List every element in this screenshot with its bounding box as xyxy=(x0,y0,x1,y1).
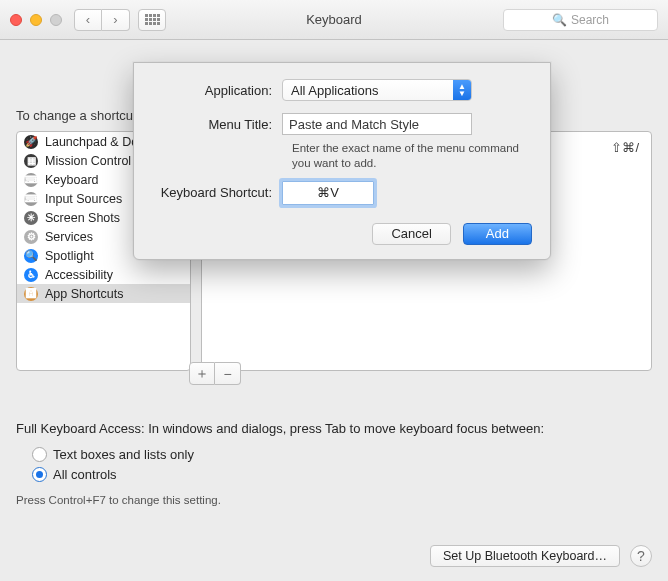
search-field[interactable]: 🔍 Search xyxy=(503,9,658,31)
close-window-button[interactable] xyxy=(10,14,22,26)
zoom-window-button[interactable] xyxy=(50,14,62,26)
sidebar-item-label: Accessibility xyxy=(45,268,113,282)
sidebar-item-label: Spotlight xyxy=(45,249,94,263)
search-placeholder: Search xyxy=(571,13,609,27)
sidebar-item-label: App Shortcuts xyxy=(45,287,124,301)
help-button[interactable]: ? xyxy=(630,545,652,567)
category-icon: 🅰︎ xyxy=(23,286,39,302)
show-all-button[interactable] xyxy=(138,9,166,31)
keyboard-shortcut-field[interactable]: ⌘V xyxy=(282,181,374,205)
forward-button[interactable]: › xyxy=(102,9,130,31)
sidebar-item-label: Services xyxy=(45,230,93,244)
chevron-left-icon: ‹ xyxy=(86,12,90,27)
shortcut-value-display: ⇧⌘/ xyxy=(611,140,639,155)
add-shortcut-button[interactable]: ＋ xyxy=(189,362,215,385)
category-icon: ⚙︎ xyxy=(23,229,39,245)
bluetooth-keyboard-button[interactable]: Set Up Bluetooth Keyboard… xyxy=(430,545,620,567)
radio-indicator-icon xyxy=(32,447,47,462)
sidebar-item-label: Screen Shots xyxy=(45,211,120,225)
category-icon: ⌨︎ xyxy=(23,191,39,207)
add-shortcut-sheet: Application: All Applications ▲▼ Menu Ti… xyxy=(133,62,551,260)
radio-label: All controls xyxy=(53,467,117,482)
menu-title-field[interactable]: Paste and Match Style xyxy=(282,113,472,135)
category-icon: 🔍 xyxy=(23,248,39,264)
remove-shortcut-button[interactable]: − xyxy=(215,362,241,385)
application-popup[interactable]: All Applications ▲▼ xyxy=(282,79,472,101)
menu-title-help: Enter the exact name of the menu command… xyxy=(292,141,522,171)
sidebar-item-label: Input Sources xyxy=(45,192,122,206)
full-keyboard-access-label: Full Keyboard Access: In windows and dia… xyxy=(16,421,652,436)
search-icon: 🔍 xyxy=(552,13,567,27)
back-button[interactable]: ‹ xyxy=(74,9,102,31)
radio-indicator-icon xyxy=(32,467,47,482)
radio-all-controls[interactable]: All controls xyxy=(32,464,652,484)
traffic-lights xyxy=(10,14,62,26)
nav-buttons: ‹ › xyxy=(74,9,166,31)
add-remove-group: ＋ − xyxy=(189,362,241,385)
sidebar-item-app-shortcuts[interactable]: 🅰︎App Shortcuts xyxy=(17,284,190,303)
minus-icon: − xyxy=(223,366,231,382)
application-label: Application: xyxy=(152,83,282,98)
full-keyboard-access-radiogroup: Text boxes and lists only All controls xyxy=(32,444,652,484)
radio-label: Text boxes and lists only xyxy=(53,447,194,462)
category-icon: 🚀 xyxy=(23,134,39,150)
category-icon: ♿︎ xyxy=(23,267,39,283)
category-icon: ▦ xyxy=(23,153,39,169)
titlebar: ‹ › Keyboard 🔍 Search xyxy=(0,0,668,40)
application-value: All Applications xyxy=(291,83,378,98)
cancel-button[interactable]: Cancel xyxy=(372,223,450,245)
category-icon: ⌨︎ xyxy=(23,172,39,188)
category-icon: ✳︎ xyxy=(23,210,39,226)
plus-icon: ＋ xyxy=(195,365,209,383)
help-icon: ? xyxy=(637,548,645,564)
keyboard-shortcut-label: Keyboard Shortcut: xyxy=(152,185,282,200)
popup-arrows-icon: ▲▼ xyxy=(453,80,471,100)
sidebar-item-accessibility[interactable]: ♿︎Accessibility xyxy=(17,265,190,284)
prefpane-content: To change a shortcut, select it, double-… xyxy=(0,40,668,581)
minimize-window-button[interactable] xyxy=(30,14,42,26)
menu-title-label: Menu Title: xyxy=(152,117,282,132)
add-button[interactable]: Add xyxy=(463,223,532,245)
radio-text-boxes-only[interactable]: Text boxes and lists only xyxy=(32,444,652,464)
grid-icon xyxy=(145,14,160,25)
chevron-right-icon: › xyxy=(113,12,117,27)
sidebar-item-label: Keyboard xyxy=(45,173,99,187)
sidebar-item-label: Mission Control xyxy=(45,154,131,168)
full-access-hint: Press Control+F7 to change this setting. xyxy=(16,494,652,506)
